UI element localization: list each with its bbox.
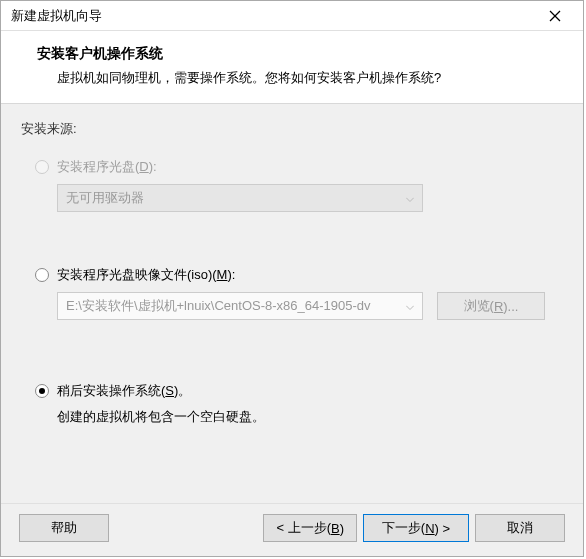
install-later-description: 创建的虚拟机将包含一个空白硬盘。	[57, 408, 563, 426]
browse-button: 浏览(R)...	[437, 292, 545, 320]
header-title: 安装客户机操作系统	[37, 45, 563, 63]
option-iso-file: 安装程序光盘映像文件(iso)(M): E:\安装软件\虚拟机+lnuix\Ce…	[35, 266, 563, 320]
titlebar: 新建虚拟机向导	[1, 1, 583, 31]
close-icon	[549, 10, 561, 22]
chevron-down-icon	[406, 191, 414, 206]
iso-path-combo: E:\安装软件\虚拟机+lnuix\CentOS-8-x86_64-1905-d…	[57, 292, 423, 320]
chevron-down-icon	[406, 299, 414, 314]
wizard-dialog: 新建虚拟机向导 安装客户机操作系统 虚拟机如同物理机，需要操作系统。您将如何安装…	[0, 0, 584, 557]
radio-iso-label: 安装程序光盘映像文件(iso)(M):	[57, 266, 235, 284]
option-install-later: 稍后安装操作系统(S)。 创建的虚拟机将包含一个空白硬盘。	[35, 382, 563, 426]
radio-later-label: 稍后安装操作系统(S)。	[57, 382, 191, 400]
option-installer-disc: 安装程序光盘(D): 无可用驱动器	[35, 158, 563, 212]
radio-iso[interactable]	[35, 268, 49, 282]
radio-row-later[interactable]: 稍后安装操作系统(S)。	[35, 382, 563, 400]
help-button[interactable]: 帮助	[19, 514, 109, 542]
back-button[interactable]: < 上一步(B)	[263, 514, 357, 542]
radio-row-iso[interactable]: 安装程序光盘映像文件(iso)(M):	[35, 266, 563, 284]
radio-disc[interactable]	[35, 160, 49, 174]
wizard-header: 安装客户机操作系统 虚拟机如同物理机，需要操作系统。您将如何安装客户机操作系统?	[1, 31, 583, 104]
wizard-content: 安装来源: 安装程序光盘(D): 无可用驱动器 安装程序光盘映像文件(iso)(…	[1, 104, 583, 503]
disc-drive-value: 无可用驱动器	[66, 189, 144, 207]
iso-input-row: E:\安装软件\虚拟机+lnuix\CentOS-8-x86_64-1905-d…	[57, 292, 563, 320]
header-description: 虚拟机如同物理机，需要操作系统。您将如何安装客户机操作系统?	[37, 69, 563, 87]
disc-drive-combo: 无可用驱动器	[57, 184, 423, 212]
radio-later[interactable]	[35, 384, 49, 398]
radio-row-disc[interactable]: 安装程序光盘(D):	[35, 158, 563, 176]
cancel-button[interactable]: 取消	[475, 514, 565, 542]
install-source-label: 安装来源:	[21, 120, 563, 138]
next-button[interactable]: 下一步(N) >	[363, 514, 469, 542]
radio-disc-label: 安装程序光盘(D):	[57, 158, 157, 176]
wizard-footer: 帮助 < 上一步(B) 下一步(N) > 取消	[1, 503, 583, 556]
window-title: 新建虚拟机向导	[11, 7, 535, 25]
iso-path-value: E:\安装软件\虚拟机+lnuix\CentOS-8-x86_64-1905-d…	[66, 297, 371, 315]
close-button[interactable]	[535, 2, 575, 30]
